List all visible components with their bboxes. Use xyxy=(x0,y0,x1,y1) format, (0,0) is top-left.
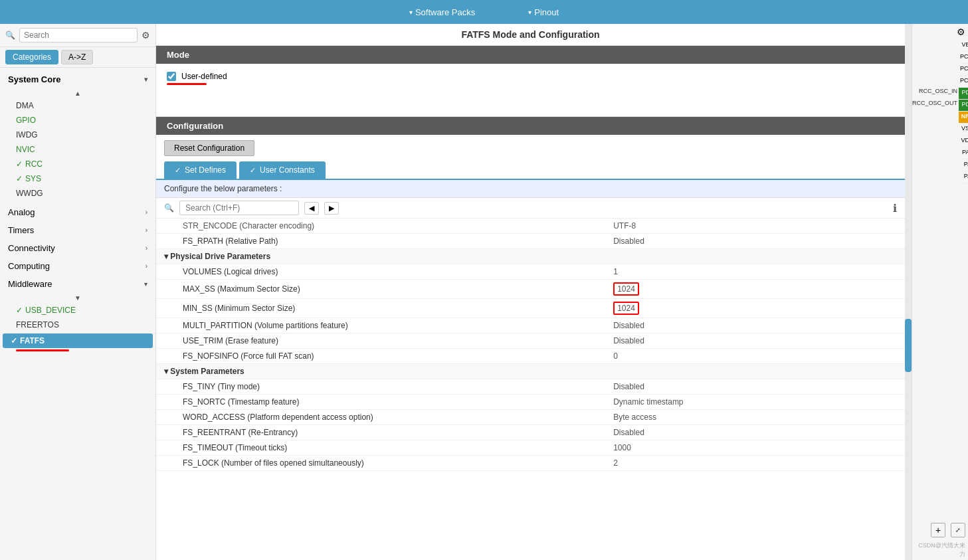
params-search-input[interactable] xyxy=(179,201,299,215)
tab-set-defines[interactable]: ✓ Set Defines xyxy=(164,161,237,179)
center-panel: FATFS Mode and Configuration Mode User-d… xyxy=(156,24,905,560)
sidebar-item-fatfs[interactable]: FATFS xyxy=(3,333,153,348)
user-defined-underline xyxy=(167,83,207,85)
tab-categories[interactable]: Categories xyxy=(5,50,58,64)
connectivity-section-header[interactable]: Connectivity › xyxy=(0,239,155,257)
sidebar-tabs: Categories A->Z xyxy=(0,47,155,68)
sidebar-item-usb-device[interactable]: USB_DEVICE xyxy=(0,303,155,318)
search-icon: 🔍 xyxy=(5,31,15,40)
timers-label: Timers xyxy=(8,225,34,235)
pinout-chevron: ▾ xyxy=(528,9,532,16)
config-tabs-row: ✓ Set Defines ✓ User Constants xyxy=(156,161,905,180)
fit-view-button[interactable]: ⤢ xyxy=(951,523,965,537)
timers-section-header[interactable]: Timers › xyxy=(0,221,155,239)
tab-az[interactable]: A->Z xyxy=(61,50,93,64)
sidebar-search-input[interactable] xyxy=(19,28,138,43)
pin-label-vssa xyxy=(912,124,959,136)
pin-box-pc13[interactable]: PC13-. xyxy=(959,52,968,64)
analog-label: Analog xyxy=(8,207,35,217)
pin-box-nrst[interactable]: NRST xyxy=(959,112,968,124)
sidebar-item-dma[interactable]: DMA xyxy=(0,98,155,113)
sidebar-search-row: 🔍 ⚙ xyxy=(0,24,155,47)
computing-section-header[interactable]: Computing › xyxy=(0,257,155,275)
center-scrollbar[interactable] xyxy=(905,24,912,560)
pin-box-pa1[interactable]: PA1 xyxy=(959,159,968,171)
pin-label-nrst xyxy=(912,112,959,124)
pin-box-pd0[interactable]: PD0-. xyxy=(959,88,968,100)
section-label: ▾ Physical Drive Parameters xyxy=(156,249,905,264)
params-search-icon: 🔍 xyxy=(164,203,174,213)
pin-columns: RCC_OSC_IN RCC_OSC_OUT VBAT PC13-. PC14-… xyxy=(912,40,968,520)
pin-box-vdda[interactable]: VDDA xyxy=(959,136,968,147)
table-row: MIN_SS (Minimum Sector Size) 1024 xyxy=(156,299,905,318)
param-value: Dynamic timestamp xyxy=(605,395,905,410)
scroll-down-arrow[interactable]: ▼ xyxy=(0,293,155,303)
param-value: Disabled xyxy=(605,425,905,440)
pin-box-pa0[interactable]: PA0-. xyxy=(959,147,968,159)
table-row: USE_TRIM (Erase feature) Disabled xyxy=(156,333,905,349)
prev-result-button[interactable]: ◀ xyxy=(304,202,319,215)
watermark: CSDN@汽情大来力 xyxy=(912,540,968,560)
table-row: FS_LOCK (Number of files opened simultan… xyxy=(156,456,905,471)
pinout-menu[interactable]: ▾ Pinout xyxy=(528,7,559,17)
analog-section-header[interactable]: Analog › xyxy=(0,203,155,221)
reset-configuration-button[interactable]: Reset Configuration xyxy=(164,140,254,156)
table-row: MAX_SS (Maximum Sector Size) 1024 xyxy=(156,280,905,299)
center-scrollbar-thumb[interactable] xyxy=(905,319,912,372)
table-row: MULTI_PARTITION (Volume partitions featu… xyxy=(156,318,905,333)
pin-label-pa1 xyxy=(912,159,959,171)
sidebar-item-nvic[interactable]: NVIC xyxy=(0,142,155,157)
table-row: STR_ENCODE (Character encoding) UTF-8 xyxy=(156,219,905,234)
param-name: FS_REENTRANT (Re-Entrancy) xyxy=(156,425,605,440)
pin-box-vssa[interactable]: VSSA xyxy=(959,124,968,136)
fatfs-underline xyxy=(16,349,69,351)
pin-label-pa2 xyxy=(912,171,959,183)
min-ss-highlighted: 1024 xyxy=(613,302,639,315)
right-settings-icon[interactable]: ⚙ xyxy=(957,27,965,37)
param-value-max-ss: 1024 xyxy=(605,280,905,299)
settings-gear-icon[interactable]: ⚙ xyxy=(142,30,150,41)
param-name: FS_LOCK (Number of files opened simultan… xyxy=(156,456,605,471)
pin-box-pc15[interactable]: PC15-. xyxy=(959,76,968,88)
user-defined-checkbox[interactable] xyxy=(167,72,176,81)
zoom-in-button[interactable]: + xyxy=(931,523,945,537)
mode-label: Mode xyxy=(167,50,189,60)
param-value: UTF-8 xyxy=(605,219,905,234)
sidebar-item-sys[interactable]: SYS xyxy=(0,171,155,186)
info-icon[interactable]: ℹ xyxy=(893,202,897,215)
table-row: WORD_ACCESS (Platform dependent access o… xyxy=(156,410,905,425)
system-core-header[interactable]: System Core ▾ xyxy=(0,70,155,88)
middleware-section-header[interactable]: Middleware ▾ xyxy=(0,275,155,293)
pin-box-vbat[interactable]: VBAT xyxy=(959,40,968,52)
sidebar-item-gpio[interactable]: GPIO xyxy=(0,113,155,128)
scroll-up-arrow[interactable]: ▲ xyxy=(0,88,155,98)
param-name: MAX_SS (Maximum Sector Size) xyxy=(156,280,605,299)
param-name: VOLUMES (Logical drives) xyxy=(156,264,605,280)
software-packs-menu[interactable]: ▾ Software Packs xyxy=(409,7,475,17)
pin-label-pc13 xyxy=(912,52,959,64)
pin-label-vbat xyxy=(912,40,959,52)
pin-box-pc14[interactable]: PC14-. xyxy=(959,64,968,76)
sidebar-item-freertos[interactable]: FREERTOS xyxy=(0,318,155,332)
param-value: Byte access xyxy=(605,410,905,425)
table-row: FS_REENTRANT (Re-Entrancy) Disabled xyxy=(156,425,905,440)
sidebar-item-iwdg[interactable]: IWDG xyxy=(0,128,155,142)
tab-user-constants[interactable]: ✓ User Constants xyxy=(239,161,326,179)
right-toolbar: ⚙ xyxy=(912,24,968,40)
computing-label: Computing xyxy=(8,261,50,271)
software-packs-label: Software Packs xyxy=(415,7,475,17)
table-row: FS_NOFSINFO (Force full FAT scan) 0 xyxy=(156,349,905,364)
config-label: Configuration xyxy=(167,121,223,131)
sidebar-item-wwdg[interactable]: WWDG xyxy=(0,186,155,201)
next-result-button[interactable]: ▶ xyxy=(324,202,339,215)
sidebar-item-rcc[interactable]: RCC xyxy=(0,157,155,171)
pin-box-pa2[interactable]: PA2 xyxy=(959,171,968,183)
system-core-section: System Core ▾ ▲ DMA GPIO IWDG NVIC RCC S… xyxy=(0,68,155,203)
pin-box-pd1[interactable]: PD1-. xyxy=(959,100,968,112)
param-value: Disabled xyxy=(605,234,905,249)
param-name: MIN_SS (Minimum Sector Size) xyxy=(156,299,605,318)
config-section-header: Configuration xyxy=(156,117,905,135)
user-defined-row: User-defined xyxy=(167,72,894,81)
user-constants-icon: ✓ xyxy=(250,166,256,175)
configure-label: Configure the below parameters : xyxy=(156,180,905,198)
